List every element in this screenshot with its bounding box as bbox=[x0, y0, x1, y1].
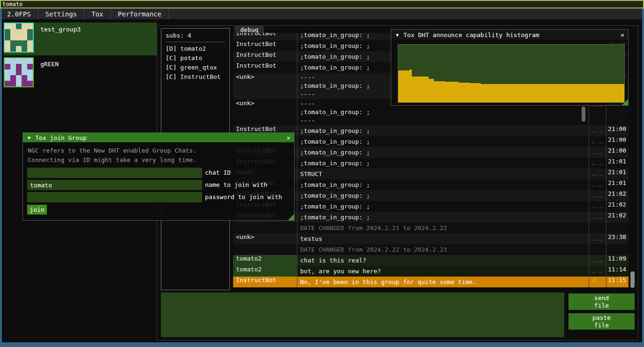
send-file-button-line: send bbox=[594, 294, 609, 302]
message-line: bot, are you new here? bbox=[300, 266, 589, 277]
message-flag: _ bbox=[599, 169, 603, 179]
group-item-green[interactable]: gREEN bbox=[4, 57, 157, 90]
message-flags: __ bbox=[589, 233, 606, 244]
paste-file-button-line: file bbox=[594, 322, 609, 329]
send-file-button-line: file bbox=[594, 302, 609, 309]
subs-member-c-instructbot: [C] InstructBot bbox=[166, 72, 225, 82]
message-flags: __ bbox=[589, 147, 606, 158]
dht-histogram-window-titlebar[interactable]: ▼ Tox DHT announce capability histogram … bbox=[391, 30, 628, 40]
send-file-button[interactable]: sendfile bbox=[568, 293, 635, 310]
join-description-line: Connecting via ID might take a very long… bbox=[28, 155, 289, 165]
avatar-pixel bbox=[22, 23, 27, 29]
chat-inner-scrollbar-thumb[interactable] bbox=[582, 107, 585, 122]
message-text: ;tomato_in_group: ; bbox=[297, 179, 589, 190]
message-text: bot, are you new here? bbox=[297, 266, 589, 277]
avatar-pixel bbox=[10, 75, 16, 81]
sender-name bbox=[233, 244, 297, 255]
message-time: 21:01 bbox=[606, 158, 629, 169]
sender-name: InstructBot bbox=[233, 277, 297, 287]
join-field-label: name to join with bbox=[205, 180, 267, 190]
name-to-join-with-input[interactable] bbox=[27, 180, 202, 190]
group-item-test-group3[interactable]: test_group3 bbox=[4, 23, 157, 55]
menu-item-tox[interactable]: Tox bbox=[84, 8, 111, 19]
avatar-pixel bbox=[22, 35, 27, 40]
avatar-pixel bbox=[10, 69, 16, 75]
avatar-pixel bbox=[27, 23, 33, 29]
avatar-pixel bbox=[22, 69, 27, 75]
password-to-join-with-input[interactable] bbox=[27, 192, 202, 202]
collapse-icon[interactable]: ▼ bbox=[23, 135, 35, 140]
sender-name: InstructBot bbox=[233, 51, 297, 62]
group-list: test_group3gREEN bbox=[4, 23, 157, 90]
message-time: 21:00 bbox=[606, 125, 629, 136]
avatar-pixel bbox=[10, 23, 16, 29]
collapse-icon[interactable]: ▼ bbox=[391, 32, 403, 38]
group-label: gREEN bbox=[40, 61, 59, 68]
sender-name: InstructBot bbox=[233, 33, 297, 40]
avatar-pixel bbox=[5, 35, 10, 40]
paste-file-button-line: paste bbox=[592, 314, 611, 322]
avatar-pixel bbox=[10, 40, 16, 46]
tab-debug[interactable]: debug bbox=[235, 26, 264, 33]
avatar-pixel bbox=[5, 69, 10, 75]
message-flag: _ bbox=[599, 277, 603, 287]
avatar-pixel bbox=[27, 40, 33, 46]
avatar-pixel bbox=[16, 35, 22, 40]
avatar-pixel bbox=[5, 40, 10, 46]
avatar-pixel bbox=[27, 58, 33, 64]
window-frame-right bbox=[642, 8, 644, 342]
message-input[interactable] bbox=[161, 293, 564, 337]
menu-bar: 2.0FPSSettingsToxPerformance bbox=[0, 8, 644, 19]
join-button[interactable]: join bbox=[27, 205, 47, 215]
avatar-pixel bbox=[10, 58, 16, 64]
message-flag: _ bbox=[599, 136, 603, 147]
message-text: ;tomato_in_group: ; bbox=[297, 158, 589, 169]
message-line: No, I've been in this group for quite so… bbox=[300, 277, 589, 287]
join-button-label: join bbox=[30, 206, 44, 213]
group-label: test_group3 bbox=[40, 26, 81, 33]
subs-separator bbox=[166, 42, 225, 42]
join-group-window-titlebar[interactable]: ▼ Tox join Group ✕ bbox=[23, 133, 294, 142]
close-icon[interactable]: ✕ bbox=[283, 134, 294, 141]
message-flag: _ bbox=[599, 233, 603, 244]
message-text: ;tomato_in_group: ; bbox=[297, 147, 589, 158]
avatar-pixel bbox=[16, 69, 22, 75]
join-group-description: NGC refers to the New DHT enabled Group … bbox=[28, 146, 289, 165]
menu-item-settings[interactable]: Settings bbox=[38, 8, 84, 19]
message-line: STRUCT bbox=[300, 169, 589, 179]
avatar-pixel bbox=[27, 69, 33, 75]
avatar-pixel bbox=[10, 81, 16, 86]
avatar-pixel bbox=[5, 29, 10, 35]
message-time bbox=[606, 244, 629, 255]
group-avatar bbox=[4, 23, 34, 53]
subs-member-list: [D] tomato2[C] potato[C] green_qtox[C] I… bbox=[166, 44, 225, 82]
close-icon[interactable]: ✕ bbox=[617, 31, 628, 39]
message-flag: _ bbox=[592, 147, 596, 158]
paste-file-button[interactable]: pastefile bbox=[568, 313, 635, 330]
message-flags: __ bbox=[589, 255, 606, 266]
join-description-line: NGC refers to the New DHT enabled Group … bbox=[28, 146, 289, 155]
avatar-pixel bbox=[5, 64, 10, 69]
message-flag: _ bbox=[599, 147, 603, 158]
message-line: ;tomato_in_group: ; bbox=[300, 190, 589, 201]
window-title: tomato bbox=[2, 1, 23, 8]
chat-scrollbar-thumb[interactable] bbox=[630, 271, 635, 288]
message-line: ;tomato_in_group: ; bbox=[300, 179, 589, 190]
join-group-window-title: Tox join Group bbox=[35, 134, 87, 141]
message-line: ---- bbox=[300, 116, 589, 125]
dht-histogram-window: ▼ Tox DHT announce capability histogram … bbox=[391, 29, 629, 106]
message-text: STRUCT bbox=[297, 169, 589, 179]
message-time: 11:09 bbox=[606, 255, 629, 266]
sender-name: InstructBot bbox=[233, 40, 297, 51]
message-line: testus bbox=[300, 233, 589, 244]
resize-grip[interactable] bbox=[622, 99, 628, 105]
chat-id-input[interactable] bbox=[27, 168, 202, 178]
window-titlebar: tomato bbox=[0, 0, 644, 8]
message-flag: _ bbox=[599, 266, 603, 277]
join-group-window: ▼ Tox join Group ✕ NGC refers to the New… bbox=[23, 132, 295, 221]
menu-item-performance[interactable]: Performance bbox=[111, 8, 169, 19]
message-line: chat is this real? bbox=[300, 255, 589, 266]
sender-name: <unk> bbox=[233, 233, 297, 244]
message-flags: __ bbox=[589, 125, 606, 136]
resize-grip[interactable] bbox=[288, 214, 294, 220]
